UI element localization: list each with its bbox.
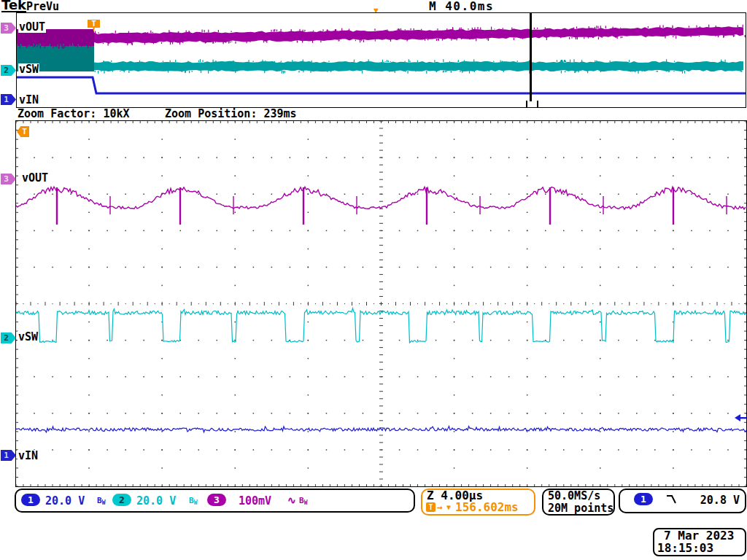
zoom-ch2-marker[interactable]: 2 xyxy=(1,332,16,343)
zoom-factor-readout: Zoom Factor: 10kX xyxy=(18,107,130,120)
zoom-window xyxy=(15,120,747,487)
main-timebase-readout: M 40.0ms xyxy=(409,0,514,13)
zoom-vin-label: vIN xyxy=(18,450,39,462)
ch2-scale-readout[interactable]: 20.0 V xyxy=(136,495,176,507)
ch2-bandwidth-icon: BW xyxy=(189,496,197,506)
record-length-readout: 20M points xyxy=(548,502,614,514)
zoom-delay-trigger-icon: T xyxy=(426,502,436,512)
overview-ch1-marker[interactable]: 1 xyxy=(1,94,16,105)
ch3-bandwidth-icon: BW xyxy=(299,496,307,506)
ch3-scale-readout[interactable]: 100mV xyxy=(239,495,271,507)
ch1-reference-arrow-icon[interactable] xyxy=(733,413,746,422)
zoom-ch3-marker[interactable]: 3 xyxy=(1,174,16,184)
overview-ch3-marker[interactable]: 3 xyxy=(1,23,16,34)
ch1-scale-readout[interactable]: 20.0 V xyxy=(45,495,85,507)
date-readout: 7 Mar 2023 xyxy=(664,530,734,542)
trigger-slope-falling-icon xyxy=(665,494,679,505)
zoom-position-bracket[interactable] xyxy=(526,101,538,107)
zoom-delay-readout: 156.602ms xyxy=(455,502,519,513)
overview-vout-label: vOUT xyxy=(18,21,46,33)
trigger-source-badge: 1 xyxy=(634,493,653,505)
acquisition-mode: PreVu xyxy=(26,0,59,13)
overview-vin-label: vIN xyxy=(18,94,39,106)
zoom-position-readout: Zoom Position: 239ms xyxy=(165,107,297,120)
ch3-ac-coupling-icon: ∿ xyxy=(287,494,296,506)
overview-waveforms xyxy=(17,13,746,107)
oscilloscope-screen: Tek PreVu M 40.0ms ▼ 3 2 1 vOUT vSW vIN … xyxy=(0,0,747,560)
ch2-badge[interactable]: 2 xyxy=(112,494,131,506)
time-readout: 18:15:03 xyxy=(657,542,713,554)
ch3-badge[interactable]: 3 xyxy=(207,494,226,506)
trigger-level-readout: 20.8 V xyxy=(684,494,740,506)
triangle-down-icon: ▼ xyxy=(446,503,451,511)
zoom-position-line[interactable] xyxy=(530,13,532,101)
zoom-ch1-marker[interactable]: 1 xyxy=(1,450,16,461)
arrow-right-icon: → xyxy=(437,502,443,513)
overview-vsw-label: vSW xyxy=(18,63,39,75)
zoom-vsw-label: vSW xyxy=(18,331,39,343)
ch1-badge[interactable]: 1 xyxy=(21,494,40,506)
overview-ch2-marker[interactable]: 2 xyxy=(1,65,16,76)
tek-logo: Tek xyxy=(1,0,26,12)
overview-window xyxy=(16,12,746,108)
ch1-bandwidth-icon: BW xyxy=(97,496,105,506)
zoom-vout-label: vOUT xyxy=(21,172,49,184)
zoom-waveforms xyxy=(16,121,746,486)
sample-rate-readout: 50.0MS/s xyxy=(548,490,600,502)
